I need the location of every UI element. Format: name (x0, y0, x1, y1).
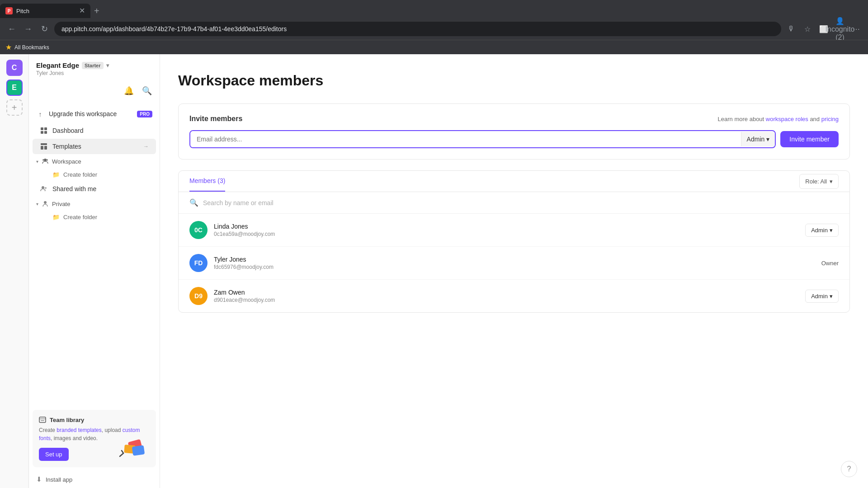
svg-point-12 (44, 201, 47, 204)
tab-close-button[interactable]: ✕ (79, 7, 85, 14)
role-dropdown[interactable]: Admin ▾ (741, 132, 775, 146)
private-icon (41, 200, 49, 208)
svg-rect-3 (44, 131, 47, 134)
member-role-chevron: ▾ (830, 227, 833, 234)
workspace-dropdown-icon[interactable]: ▾ (106, 62, 109, 69)
email-input[interactable] (190, 131, 741, 147)
upgrade-icon: ↑ (36, 110, 44, 118)
nav-bar: ← → ↻ 🎙 ☆ ⬜ 👤 Incognito (2) ⋯ (0, 18, 868, 40)
sidebar-item-dashboard[interactable]: Dashboard (33, 123, 156, 138)
search-button[interactable]: 🔍 (140, 84, 154, 98)
active-tab[interactable]: P Pitch ✕ (0, 4, 90, 18)
members-tab[interactable]: Members (3) (189, 171, 225, 192)
address-bar[interactable] (54, 22, 781, 36)
bookmarks-bar: ★ All Bookmarks (0, 40, 868, 54)
search-icon: 🔍 (189, 198, 198, 207)
nav-icons: 🎙 ☆ ⬜ 👤 Incognito (2) ⋯ (785, 23, 863, 35)
install-app-item[interactable]: ⬇ Install app (29, 471, 160, 488)
private-create-folder[interactable]: 📁 Create folder (33, 211, 156, 223)
tab-bar: P Pitch ✕ + (0, 0, 868, 18)
avatar: D9 (189, 287, 208, 305)
help-button[interactable]: ? (841, 461, 857, 477)
member-role-owner: Owner (821, 260, 839, 267)
workspace-section-label: Workspace (52, 158, 81, 165)
svg-rect-6 (44, 146, 47, 150)
media-button[interactable]: 🎙 (785, 23, 797, 35)
svg-point-8 (46, 159, 48, 161)
shared-icon (40, 185, 48, 193)
pricing-link[interactable]: pricing (821, 116, 839, 122)
sidebar-item-templates[interactable]: Templates → (33, 139, 156, 154)
forward-button[interactable]: → (22, 23, 34, 35)
refresh-button[interactable]: ↻ (38, 23, 51, 35)
svg-rect-1 (44, 127, 47, 130)
member-email: fdc65976@moodjoy.com (214, 264, 815, 270)
workspace-avatar-c[interactable]: C (6, 60, 23, 76)
workspace-avatar-e[interactable]: E (6, 80, 23, 96)
app: C E + Elegant Edge Starter ▾ Tyler Jones… (0, 54, 868, 488)
members-search: 🔍 (179, 192, 849, 214)
workspace-roles-link[interactable]: workspace roles (766, 116, 808, 122)
notification-button[interactable]: 🔔 (122, 84, 136, 98)
menu-button[interactable]: ⋯ (850, 23, 863, 35)
role-filter[interactable]: Role: All ▾ (799, 174, 839, 189)
workspace-user: Tyler Jones (36, 70, 152, 76)
svg-rect-13 (39, 417, 46, 422)
private-section-label: Private (52, 201, 70, 207)
member-email: 0c1ea59a@moodjoy.com (214, 231, 799, 237)
member-search-input[interactable] (203, 199, 839, 206)
browser-chrome: P Pitch ✕ + ← → ↻ 🎙 ☆ ⬜ 👤 Incognito (2) … (0, 0, 868, 54)
help-button-wrapper: ? (841, 461, 857, 477)
member-role-select[interactable]: Admin ▾ (805, 290, 839, 303)
team-library-card: Team library Create branded templates, u… (33, 410, 156, 467)
svg-rect-5 (41, 146, 43, 150)
invite-row: Admin ▾ Invite member (189, 130, 839, 148)
invite-member-button[interactable]: Invite member (780, 131, 839, 147)
member-role-select[interactable]: Admin ▾ (805, 224, 839, 237)
setup-button[interactable]: Set up (39, 448, 69, 461)
dashboard-icon (40, 127, 48, 135)
table-row: D9 Zam Owen d901eace@moodjoy.com Admin ▾ (179, 280, 849, 312)
sidebar-nav: ↑ Upgrade this workspace PRO Dashboard (29, 102, 160, 406)
tab-title: Pitch (16, 8, 75, 14)
create-folder-icon: 📁 (52, 171, 60, 178)
new-tab-button[interactable]: + (90, 6, 103, 16)
member-name: Linda Jones (214, 223, 799, 230)
workspace-create-folder[interactable]: 📁 Create folder (33, 169, 156, 181)
team-library-title: Team library (39, 416, 150, 423)
star-icon: ★ (5, 43, 12, 52)
member-email: d901eace@moodjoy.com (214, 297, 799, 303)
bookmarks-label: All Bookmarks (14, 44, 49, 51)
workspace-chevron: ▾ (36, 159, 38, 164)
tab-favicon: P (5, 7, 13, 14)
page-title: Workspace members (178, 72, 850, 89)
table-row: 0C Linda Jones 0c1ea59a@moodjoy.com Admi… (179, 214, 849, 247)
dashboard-label: Dashboard (52, 127, 149, 134)
sidebar-item-shared[interactable]: Shared with me (33, 181, 156, 197)
svg-rect-2 (41, 131, 43, 134)
branded-templates-link[interactable]: branded templates (57, 427, 101, 433)
private-chevron: ▾ (36, 202, 38, 206)
add-workspace-button[interactable]: + (6, 99, 23, 116)
role-dropdown-chevron: ▾ (766, 136, 769, 143)
private-section-header[interactable]: ▾ Private (29, 197, 160, 211)
svg-point-9 (42, 159, 44, 161)
member-info: Linda Jones 0c1ea59a@moodjoy.com (214, 223, 799, 237)
workspace-section-header[interactable]: ▾ Workspace (29, 155, 160, 168)
workspace-switcher: C E + (0, 54, 29, 488)
upgrade-workspace-item[interactable]: ↑ Upgrade this workspace PRO (29, 105, 160, 122)
avatar: FD (189, 254, 208, 272)
workspace-create-folder-label: Create folder (63, 171, 97, 178)
role-dropdown-label: Admin (747, 136, 765, 143)
install-app-label: Install app (46, 476, 72, 483)
bookmark-button[interactable]: ☆ (801, 23, 814, 35)
private-folder-icon: 📁 (52, 214, 60, 221)
workspace-badge: Starter (82, 62, 103, 69)
member-role-label: Admin (811, 227, 828, 234)
shared-label: Shared with me (52, 185, 149, 192)
back-button[interactable]: ← (5, 23, 18, 35)
profile-button[interactable]: 👤 Incognito (2) (834, 23, 846, 35)
install-icon: ⬇ (36, 475, 42, 483)
pro-badge: PRO (137, 111, 152, 117)
svg-point-10 (42, 186, 44, 189)
